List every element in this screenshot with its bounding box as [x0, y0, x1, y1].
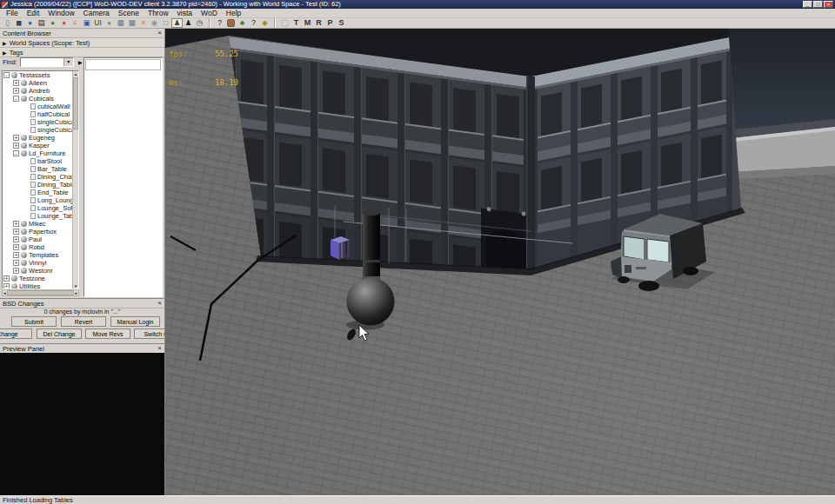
- tree-expander-icon[interactable]: +: [13, 260, 19, 266]
- new-file-icon[interactable]: ▯: [2, 18, 13, 28]
- submit-button[interactable]: Submit: [11, 316, 57, 327]
- ui-editor-button[interactable]: UI: [92, 18, 104, 28]
- menu-file[interactable]: File: [2, 9, 23, 17]
- tree-item-ld-furniture[interactable]: -Ld_Furniture: [3, 149, 72, 157]
- tree-item-singlecubical[interactable]: singleCubical: [3, 126, 72, 134]
- tree-item-cubicals[interactable]: -Cubicals: [3, 95, 72, 103]
- tree-item-long-lounge[interactable]: Long_Lounge: [3, 196, 72, 204]
- tree-expander-icon[interactable]: +: [13, 268, 19, 274]
- tree-expander-icon[interactable]: +: [13, 143, 19, 149]
- title-bar[interactable]: Jessica (2009/04/22) ([CCP] WoD-WOD-DEV …: [0, 0, 835, 9]
- new-change-button[interactable]: New Change: [0, 328, 32, 339]
- tree-expander-icon[interactable]: +: [3, 275, 10, 282]
- sun-icon[interactable]: ✳: [137, 18, 149, 28]
- tree-vertical-scrollbar[interactable]: ▴ ▾: [72, 71, 78, 288]
- camera-icon[interactable]: ◼: [13, 18, 24, 28]
- tree-expander-icon[interactable]: +: [13, 229, 19, 235]
- clock-icon[interactable]: ◷: [194, 18, 205, 28]
- move-revs-button[interactable]: Move Revs: [85, 328, 130, 339]
- viewport-3d-scene[interactable]: [165, 29, 835, 495]
- scroll-up-icon[interactable]: ▴: [73, 71, 78, 76]
- menu-wod[interactable]: WoD: [197, 9, 222, 17]
- toggle-p-button[interactable]: P: [324, 18, 336, 28]
- tree-expander-icon[interactable]: +: [13, 244, 19, 250]
- tree-item-lounge-table[interactable]: Lounge_Table: [3, 212, 72, 220]
- tree-icon[interactable]: ♣: [237, 18, 248, 28]
- menu-throw[interactable]: Throw: [144, 9, 173, 17]
- monitor-icon[interactable]: ▣: [81, 18, 92, 28]
- marquee-select-icon[interactable]: □: [160, 18, 171, 28]
- tree-item-halfcubical[interactable]: halfCubical: [3, 110, 72, 118]
- toggle-s-button[interactable]: S: [336, 18, 347, 28]
- toggle-t-button[interactable]: T: [291, 18, 302, 28]
- del-change-button[interactable]: Del Change: [37, 328, 82, 339]
- scroll-left-icon[interactable]: ◂: [3, 290, 6, 295]
- tree-item-eugeneg[interactable]: +Eugeneg: [3, 134, 72, 142]
- tree-expander-icon[interactable]: -: [13, 150, 19, 156]
- restore-button[interactable]: □: [813, 1, 823, 8]
- tree-expander-icon[interactable]: -: [13, 96, 19, 102]
- find-combobox[interactable]: ▾: [20, 57, 74, 67]
- save-icon[interactable]: ▤: [36, 18, 47, 28]
- side-list-field[interactable]: [85, 59, 161, 70]
- side-list-pane[interactable]: [84, 57, 163, 297]
- find-input[interactable]: [21, 58, 63, 66]
- pole-cylinder[interactable]: [362, 210, 381, 281]
- tree-item-end-table[interactable]: End_Table: [3, 189, 72, 196]
- world-icon[interactable]: ●: [24, 18, 36, 28]
- close-icon[interactable]: ×: [157, 345, 162, 352]
- tree-item-westonr[interactable]: +Westonr: [3, 267, 72, 275]
- menu-vista[interactable]: vista: [173, 9, 197, 17]
- gem-icon[interactable]: ◆: [259, 18, 271, 28]
- tree-item-mikec[interactable]: +Mikec: [3, 220, 72, 228]
- tree-item-vinnyl[interactable]: +Vinnyl: [3, 259, 72, 267]
- tree-expander-icon[interactable]: +: [13, 236, 19, 242]
- tree-horizontal-scrollbar[interactable]: ◂ ▸: [2, 289, 79, 296]
- tree-item-andreb[interactable]: +Andreb: [3, 87, 72, 95]
- tree-item-barstool[interactable]: barStool: [3, 157, 72, 165]
- globe-select-icon[interactable]: ◉: [149, 18, 160, 28]
- menu-scene[interactable]: Scene: [114, 9, 144, 17]
- scroll-down-icon[interactable]: ▾: [73, 283, 78, 288]
- tree-item-testassets[interactable]: -Testassets: [3, 71, 72, 79]
- tree-item-dining-chair[interactable]: Dining_Chair: [3, 173, 72, 181]
- menu-camera[interactable]: Camera: [79, 9, 114, 17]
- menu-edit[interactable]: Edit: [23, 9, 44, 17]
- tree-item-paperbox[interactable]: +Paperbox: [3, 228, 72, 235]
- viewport[interactable]: fps:55.25 ms:18.10: [165, 29, 835, 495]
- tree-expander-icon[interactable]: +: [13, 80, 19, 86]
- material-red-icon[interactable]: ●: [58, 18, 70, 28]
- toggle-m-button[interactable]: M: [302, 18, 313, 28]
- layers-icon[interactable]: ≡: [70, 18, 81, 28]
- tree-item-singlecubical[interactable]: singleCubical: [3, 118, 72, 126]
- prop-box[interactable]: [331, 236, 350, 260]
- toggle-r-button[interactable]: R: [313, 18, 324, 28]
- pane-expander-icon[interactable]: ▶: [78, 59, 83, 65]
- person-icon[interactable]: ♟: [171, 18, 183, 28]
- close-icon[interactable]: ×: [157, 300, 162, 307]
- tree-expander-icon[interactable]: +: [13, 88, 19, 94]
- avatar-icon[interactable]: [225, 18, 237, 28]
- menu-window[interactable]: Window: [43, 9, 78, 17]
- switch-change-button[interactable]: Switch Change: [134, 328, 164, 339]
- tree-item-kasper[interactable]: +Kasper: [3, 142, 72, 149]
- tree-item-templates[interactable]: +Templates: [3, 251, 72, 259]
- tree-item-cubicalwall[interactable]: cubicalWall: [3, 103, 72, 110]
- tree-item-utilities[interactable]: +Utilities: [3, 282, 72, 288]
- tree-item-dining-table[interactable]: Dining_Table: [3, 181, 72, 189]
- tree-item-bar-table[interactable]: Bar_Table: [3, 165, 72, 173]
- manual-login-button[interactable]: Manual Login: [110, 316, 160, 327]
- no-gizmo-icon[interactable]: ◯: [279, 18, 291, 28]
- person-dark-icon[interactable]: ♟: [183, 18, 194, 28]
- tree-item-testzone[interactable]: +Testzone: [3, 275, 72, 282]
- section-world-spaces-scope-test[interactable]: ▶World Spaces (Scope: Test): [0, 38, 164, 48]
- tree-item-robd[interactable]: +Robd: [3, 243, 72, 251]
- tree-item-aileen[interactable]: +Aileen: [3, 79, 72, 87]
- menu-help[interactable]: Help: [222, 9, 245, 17]
- preview-render-area[interactable]: [0, 353, 164, 495]
- tree-expander-icon[interactable]: +: [13, 221, 19, 227]
- bsd-changes-header[interactable]: BSD Changes ×: [0, 299, 164, 308]
- tree-expander-icon[interactable]: -: [3, 72, 10, 78]
- minimize-button[interactable]: _: [803, 1, 812, 8]
- globe-icon[interactable]: ●: [104, 18, 115, 28]
